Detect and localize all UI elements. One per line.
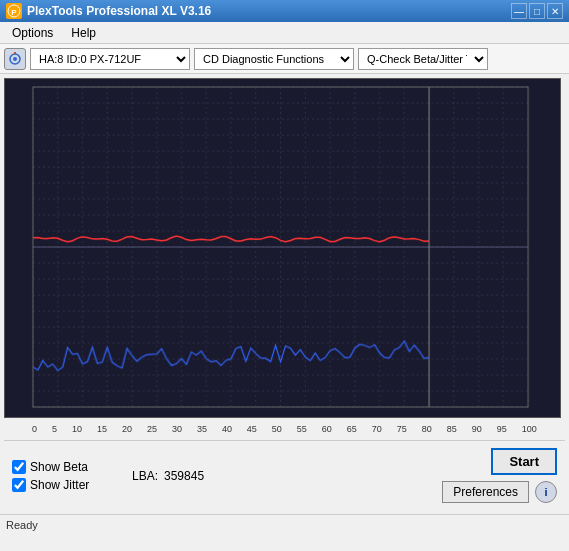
status-text: Ready	[6, 519, 38, 531]
info-button[interactable]: i	[535, 481, 557, 503]
titlebar-left: P PlexTools Professional XL V3.16	[6, 3, 211, 19]
toolbar: HA:8 ID:0 PX-712UF CD Diagnostic Functio…	[0, 44, 569, 74]
app-icon: P	[6, 3, 22, 19]
start-button[interactable]: Start	[491, 448, 557, 475]
chart-container: High Low 0.5 0.45 0.4 0.35 0.3 0.25 0.2 …	[4, 78, 561, 418]
preferences-button[interactable]: Preferences	[442, 481, 529, 503]
function-dropdown[interactable]: CD Diagnostic Functions	[194, 48, 354, 70]
device-icon-btn[interactable]	[4, 48, 26, 70]
bottom-controls: Show Beta Show Jitter LBA: 359845 Start …	[4, 440, 565, 510]
show-beta-label[interactable]: Show Beta	[12, 460, 122, 474]
show-jitter-label[interactable]: Show Jitter	[12, 478, 122, 492]
maximize-button[interactable]: □	[529, 3, 545, 19]
x-axis: 0 5 10 15 20 25 30 35 40 45 50 55 60 65 …	[4, 422, 565, 436]
right-buttons: Start Preferences i	[442, 448, 557, 503]
menu-help[interactable]: Help	[63, 24, 104, 42]
test-dropdown[interactable]: Q-Check Beta/Jitter Test	[358, 48, 488, 70]
titlebar-title: PlexTools Professional XL V3.16	[27, 4, 211, 18]
lba-value: 359845	[164, 469, 204, 483]
titlebar-controls: — □ ✕	[511, 3, 563, 19]
lba-col: LBA: 359845	[122, 469, 204, 483]
titlebar: P PlexTools Professional XL V3.16 — □ ✕	[0, 0, 569, 22]
svg-text:P: P	[11, 8, 17, 17]
pref-row: Preferences i	[442, 481, 557, 503]
menubar: Options Help	[0, 22, 569, 44]
minimize-button[interactable]: —	[511, 3, 527, 19]
main-content: High Low 0.5 0.45 0.4 0.35 0.3 0.25 0.2 …	[0, 74, 569, 514]
svg-point-3	[13, 57, 17, 61]
show-beta-checkbox[interactable]	[12, 460, 26, 474]
statusbar: Ready	[0, 514, 569, 534]
show-jitter-checkbox[interactable]	[12, 478, 26, 492]
device-dropdown[interactable]: HA:8 ID:0 PX-712UF	[30, 48, 190, 70]
chart-canvas	[5, 79, 560, 417]
checkboxes-col: Show Beta Show Jitter	[12, 460, 122, 492]
bottom-panels: Show Beta Show Jitter LBA: 359845 Start …	[12, 448, 557, 503]
lba-label: LBA:	[132, 469, 158, 483]
close-button[interactable]: ✕	[547, 3, 563, 19]
menu-options[interactable]: Options	[4, 24, 61, 42]
